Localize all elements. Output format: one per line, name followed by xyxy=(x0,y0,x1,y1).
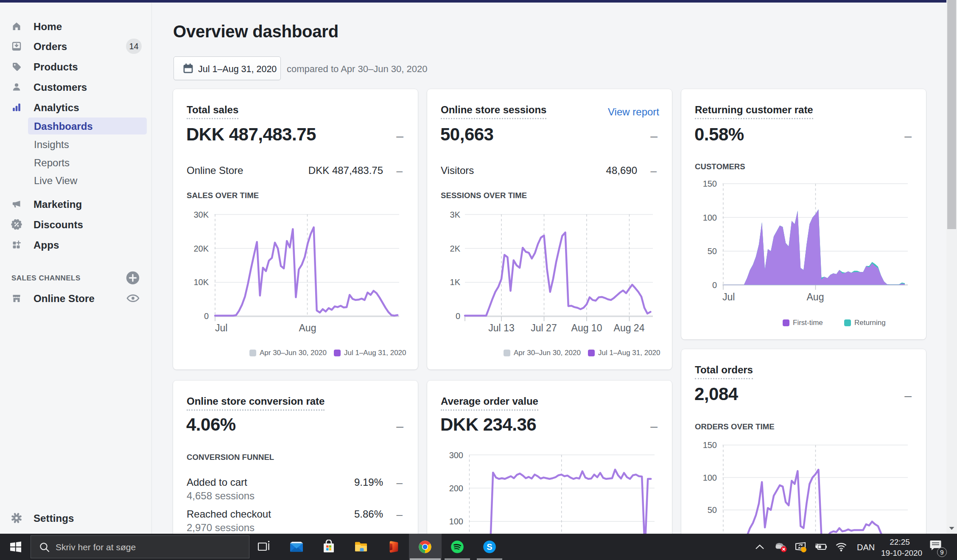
svg-text:100: 100 xyxy=(449,517,463,526)
svg-text:0: 0 xyxy=(204,311,209,321)
svg-text:100: 100 xyxy=(703,473,717,482)
svg-text:1K: 1K xyxy=(450,277,461,287)
svg-text:2K: 2K xyxy=(450,244,461,253)
svg-text:30K: 30K xyxy=(193,210,209,219)
svg-text:Jul 13: Jul 13 xyxy=(488,322,514,333)
svg-text:50: 50 xyxy=(708,246,717,256)
svg-text:Aug: Aug xyxy=(807,291,824,302)
svg-text:Aug 24: Aug 24 xyxy=(614,322,645,333)
svg-text:Jul: Jul xyxy=(215,322,227,333)
svg-text:20K: 20K xyxy=(193,244,209,253)
svg-text:Aug: Aug xyxy=(299,322,316,333)
svg-text:10K: 10K xyxy=(193,277,209,287)
svg-text:50: 50 xyxy=(708,505,717,515)
svg-text:Jul: Jul xyxy=(722,291,735,302)
svg-text:100: 100 xyxy=(703,213,717,222)
svg-text:300: 300 xyxy=(449,451,463,460)
svg-text:S: S xyxy=(487,542,492,552)
svg-text:0: 0 xyxy=(712,280,717,290)
svg-text:Jul 27: Jul 27 xyxy=(531,322,557,333)
svg-text:150: 150 xyxy=(703,179,717,188)
svg-text:Aug 10: Aug 10 xyxy=(571,322,602,333)
svg-text:3K: 3K xyxy=(450,210,461,219)
svg-text:200: 200 xyxy=(449,484,463,493)
svg-text:0: 0 xyxy=(456,311,460,321)
svg-text:150: 150 xyxy=(703,440,717,450)
